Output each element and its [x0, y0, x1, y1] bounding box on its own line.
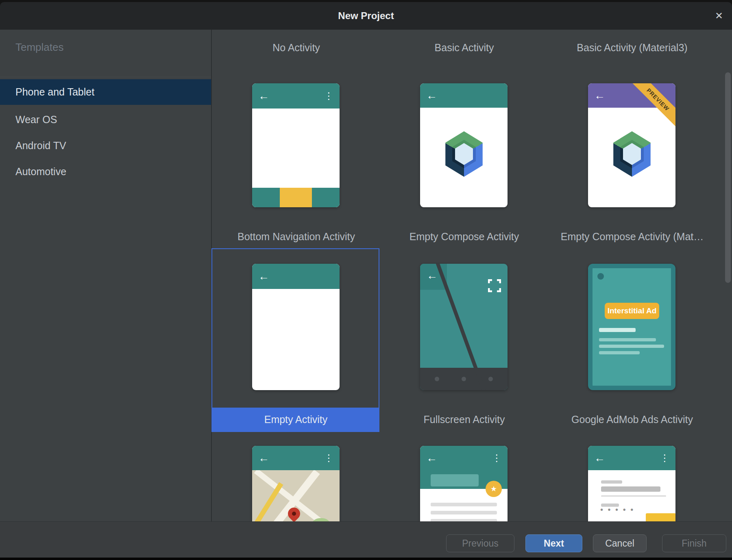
bottom-nav-segment	[252, 188, 280, 207]
back-arrow-icon: ←	[426, 90, 437, 101]
next-button[interactable]: Next	[525, 534, 582, 552]
camera-dot	[597, 273, 604, 280]
jetpack-compose-logo	[443, 131, 485, 177]
template-card-empty-activity[interactable]: ←	[252, 264, 340, 390]
field-label-line	[601, 480, 622, 484]
back-arrow-icon: ←	[426, 453, 437, 464]
template-label-fullscreen-activity[interactable]: Fullscreen Activity	[380, 410, 548, 428]
template-label-empty-activity-selected[interactable]: Empty Activity	[212, 408, 379, 431]
dialog-titlebar: New Project ✕	[0, 2, 732, 30]
template-label-basic-activity-material3[interactable]: Basic Activity (Material3)	[548, 39, 716, 56]
interstitial-ad-banner: Interstitial Ad	[605, 303, 659, 319]
nav-dot	[462, 377, 466, 381]
template-card-google-maps-activity[interactable]: ← ⋮	[252, 446, 340, 521]
template-card-collapsing-header[interactable]: ← ⋮ ★	[420, 446, 508, 521]
thumb-appbar: ← ⋮	[252, 446, 340, 470]
cancel-button[interactable]: Cancel	[593, 534, 647, 552]
gallery-scrollbar[interactable]	[725, 72, 731, 283]
thumb-appbar: ← ⋮	[420, 446, 508, 470]
back-arrow-icon: ←	[594, 90, 605, 101]
field-value-line	[601, 486, 660, 492]
dialog-content: Templates Phone and Tablet Wear OS Andro…	[0, 30, 732, 521]
template-label-no-activity[interactable]: No Activity	[212, 39, 380, 56]
template-label-google-admob-ads-activity[interactable]: Google AdMob Ads Activity	[548, 410, 716, 428]
sidebar-item-phone-and-tablet[interactable]: Phone and Tablet	[0, 79, 211, 105]
bottom-nav-segment-active	[280, 188, 312, 207]
text-line	[599, 328, 636, 332]
back-arrow-icon: ←	[258, 91, 269, 102]
template-label-empty-compose-activity[interactable]: Empty Compose Activity	[380, 228, 548, 245]
back-arrow-icon: ←	[427, 270, 438, 281]
previous-button[interactable]: Previous	[446, 534, 514, 552]
window-bottom-edge	[0, 558, 732, 560]
dialog-title: New Project	[338, 10, 394, 22]
bottom-nav-segment	[312, 188, 340, 207]
sidebar-heading: Templates	[15, 41, 64, 54]
template-card-empty-compose-activity-material3[interactable]: ← PREVIEW	[588, 83, 675, 207]
password-dots: • • • • •	[600, 505, 634, 514]
sidebar-item-android-tv[interactable]: Android TV	[0, 133, 211, 158]
fullscreen-icon	[488, 279, 501, 294]
back-arrow-icon: ←	[258, 271, 269, 282]
nav-dot	[435, 377, 439, 381]
text-line	[431, 503, 497, 506]
finish-button[interactable]: Finish	[662, 534, 726, 552]
thumb-appbar: ←	[420, 83, 508, 108]
text-line	[431, 511, 497, 514]
back-arrow-icon: ←	[594, 453, 605, 464]
star-fab: ★	[486, 481, 502, 497]
template-label-bottom-navigation-activity[interactable]: Bottom Navigation Activity	[212, 228, 380, 245]
templates-sidebar: Templates Phone and Tablet Wear OS Andro…	[0, 30, 212, 521]
thumb-appbar: ←	[252, 264, 340, 289]
new-project-dialog: New Project ✕ Templates Phone and Tablet…	[0, 0, 732, 560]
thumb-appbar: ← ⋮	[588, 446, 675, 470]
bottom-nav-bar	[252, 188, 340, 207]
kebab-menu-icon: ⋮	[492, 454, 501, 463]
template-card-fullscreen-activity[interactable]: ←	[420, 264, 508, 390]
sidebar-item-wear-os[interactable]: Wear OS	[0, 107, 211, 132]
template-label-basic-activity[interactable]: Basic Activity	[380, 39, 548, 56]
nav-bar	[420, 368, 508, 390]
dialog-footer: Previous Next Cancel Finish	[0, 521, 732, 558]
field-underline	[601, 495, 666, 497]
sidebar-item-automotive[interactable]: Automotive	[0, 159, 211, 184]
template-card-google-admob-ads-activity[interactable]: Interstitial Ad	[588, 264, 675, 390]
template-card-login-activity[interactable]: ← ⋮ • • • • •	[588, 446, 675, 521]
kebab-menu-icon: ⋮	[324, 454, 333, 463]
sidebar-separator	[0, 77, 211, 77]
star-icon: ★	[490, 484, 497, 493]
template-label-empty-compose-activity-material3[interactable]: Empty Compose Activity (Mat…	[548, 228, 716, 245]
close-icon[interactable]: ✕	[715, 2, 723, 30]
kebab-menu-icon: ⋮	[324, 91, 333, 101]
template-card-empty-compose-activity[interactable]: ←	[420, 83, 508, 207]
nav-dot	[488, 377, 493, 381]
text-line	[599, 338, 656, 341]
back-arrow-icon: ←	[258, 453, 269, 464]
thumb-appbar: ← ⋮	[252, 83, 340, 109]
login-button-placeholder	[646, 513, 675, 521]
map-preview	[252, 470, 340, 521]
title-placeholder	[431, 474, 479, 486]
text-line	[599, 351, 640, 354]
jetpack-compose-logo	[611, 131, 653, 177]
kebab-menu-icon: ⋮	[660, 454, 669, 463]
text-line	[599, 345, 664, 348]
template-card-bottom-navigation-activity[interactable]: ← ⋮	[252, 83, 340, 207]
